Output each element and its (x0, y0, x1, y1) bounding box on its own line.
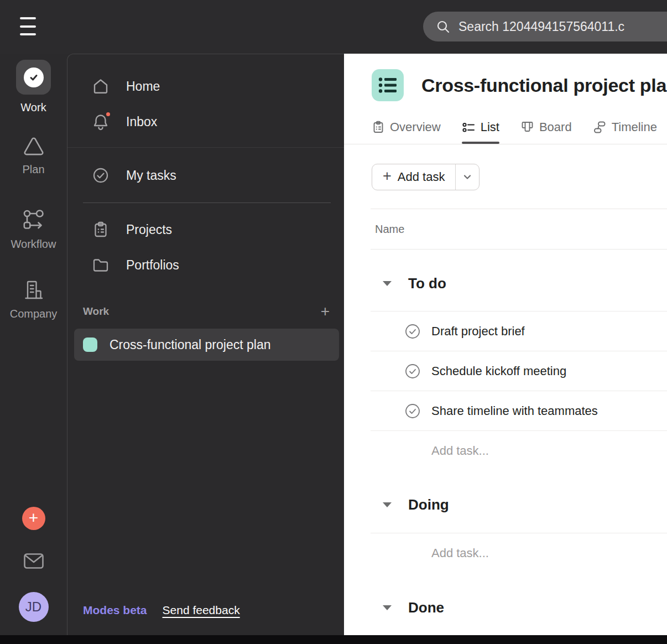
add-task-button[interactable]: + Add task (372, 164, 455, 190)
view-tabs: Overview List Board (344, 111, 667, 144)
rail-messages-button[interactable] (0, 553, 67, 569)
plus-icon: + (383, 169, 392, 184)
add-project-icon[interactable]: + (321, 304, 330, 319)
sidebar-project-label: Cross-functional project plan (110, 337, 270, 352)
task-check-icon[interactable] (404, 363, 421, 380)
main-content: Cross-functional project plan Overview L… (344, 54, 667, 635)
rail-item-plan[interactable]: Plan (0, 137, 67, 176)
task-row[interactable]: Schedule kickoff meeting (371, 351, 667, 391)
rail-item-workflow[interactable]: Workflow (0, 209, 67, 251)
search-input[interactable]: Search 1204494157564011.c (423, 12, 667, 41)
page-title: Cross-functional project plan (421, 69, 667, 101)
chevron-down-icon (383, 605, 392, 610)
task-row[interactable]: Draft project brief (371, 311, 667, 351)
user-avatar[interactable]: JD (0, 592, 67, 622)
table-header-row: Name (371, 209, 667, 250)
tab-list[interactable]: List (462, 111, 499, 144)
add-task-dropdown-button[interactable] (456, 164, 479, 190)
project-list-icon (372, 69, 404, 101)
chevron-down-icon (383, 502, 392, 507)
add-task-inline-todo[interactable]: Add task... (371, 431, 667, 471)
bell-icon (92, 113, 110, 131)
sidebar-item-inbox[interactable]: Inbox (67, 104, 344, 139)
check-circle-icon (92, 167, 110, 184)
sidebar-label-inbox: Inbox (126, 115, 157, 129)
section-header-done[interactable]: Done (371, 592, 667, 623)
sidebar-label-projects: Projects (126, 222, 172, 237)
rail-label-plan: Plan (22, 163, 44, 176)
list-icon (462, 121, 476, 134)
project-color-swatch (83, 337, 97, 352)
rail-label-work: Work (20, 101, 46, 114)
work-mode-icon (16, 60, 51, 95)
home-icon (92, 78, 110, 95)
triangle-icon (22, 137, 46, 157)
task-row[interactable]: Share timeline with teammates (371, 391, 667, 431)
sidebar-item-my-tasks[interactable]: My tasks (67, 158, 344, 193)
work-section-header: Work + (83, 300, 330, 323)
tab-timeline[interactable]: Timeline (593, 111, 657, 144)
clipboard-icon (92, 221, 110, 238)
tab-overview[interactable]: Overview (372, 111, 441, 144)
envelope-icon (23, 553, 44, 569)
tab-label: Overview (390, 120, 441, 134)
task-check-icon[interactable] (404, 323, 421, 340)
section-header-doing[interactable]: Doing (371, 489, 667, 520)
rail-label-workflow: Workflow (11, 238, 56, 251)
timeline-icon (593, 121, 607, 134)
rail-item-company[interactable]: Company (0, 279, 67, 320)
board-icon (520, 121, 534, 134)
rail-item-work[interactable]: Work (0, 60, 67, 114)
rail-create-button[interactable]: + (0, 507, 67, 530)
divider (67, 147, 344, 148)
section-header-todo[interactable]: To do (371, 268, 667, 299)
task-title: Share timeline with teammates (431, 404, 598, 418)
search-text: Search 1204494157564011.c (458, 19, 624, 34)
sidebar-item-home[interactable]: Home (67, 69, 344, 104)
workflow-icon (23, 209, 45, 230)
left-rail: Work Plan Workflow (0, 54, 67, 635)
add-task-split-button: + Add task (372, 164, 480, 190)
rail-label-company: Company (10, 308, 58, 320)
chevron-down-icon (461, 171, 473, 183)
tab-board[interactable]: Board (520, 111, 572, 144)
task-title: Schedule kickoff meeting (431, 364, 566, 378)
task-title: Draft project brief (431, 324, 525, 339)
tab-label: Board (539, 120, 572, 134)
sidebar-item-projects[interactable]: Projects (67, 212, 344, 247)
work-section-title: Work (83, 305, 109, 318)
tab-label: List (481, 120, 499, 134)
modes-beta-badge: Modes beta (83, 604, 147, 617)
avatar-initials: JD (25, 599, 41, 615)
sidebar-label-portfolios: Portfolios (126, 258, 179, 273)
send-feedback-link[interactable]: Send feedback (163, 604, 240, 617)
sidebar: Home Inbox My tasks (67, 54, 344, 635)
search-icon (436, 19, 451, 34)
building-icon (23, 279, 45, 300)
sidebar-footer: Modes beta Send feedback (83, 604, 240, 617)
notification-dot (105, 111, 112, 118)
bottom-edge-bar (0, 635, 667, 644)
folder-icon (92, 257, 110, 273)
sidebar-item-cross-functional-project-plan[interactable]: Cross-functional project plan (74, 329, 339, 361)
task-check-icon[interactable] (404, 403, 421, 419)
sidebar-label-home: Home (126, 79, 160, 94)
overview-icon (372, 121, 385, 134)
column-header-name: Name (375, 223, 404, 236)
hamburger-menu-icon[interactable] (20, 17, 36, 35)
sidebar-item-portfolios[interactable]: Portfolios (67, 247, 344, 283)
tab-label: Timeline (612, 120, 657, 134)
top-bar: Search 1204494157564011.c (0, 0, 667, 54)
add-task-inline-doing[interactable]: Add task... (371, 533, 667, 573)
sidebar-label-my-tasks: My tasks (126, 168, 176, 183)
plus-icon: + (22, 507, 45, 530)
chevron-down-icon (383, 281, 392, 286)
divider (83, 202, 331, 203)
